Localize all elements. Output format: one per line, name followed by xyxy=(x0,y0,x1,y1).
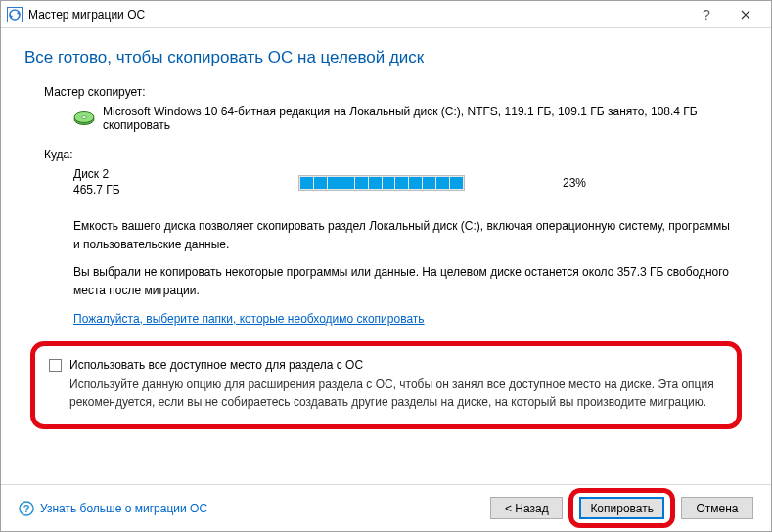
back-button[interactable]: < Назад xyxy=(490,497,563,519)
use-all-space-label: Использовать все доступное место для раз… xyxy=(69,358,363,372)
close-button[interactable] xyxy=(726,1,765,28)
copy-button-highlight: Копировать xyxy=(568,488,675,528)
window-title: Мастер миграции ОС xyxy=(28,8,687,22)
back-button-label: < Назад xyxy=(505,502,549,515)
select-folders-link[interactable]: Пожалуйста, выберите папки, которые необ… xyxy=(73,312,425,326)
learn-more-label: Узнать больше о миграции ОС xyxy=(40,502,207,515)
disk-icon xyxy=(73,111,95,126)
copy-button[interactable]: Копировать xyxy=(579,497,664,519)
destination-info: Диск 2 465.7 ГБ xyxy=(73,167,298,198)
help-icon: ? xyxy=(19,501,34,516)
exclusion-description: Вы выбрали не копировать некоторые прогр… xyxy=(73,263,738,299)
svg-text:?: ? xyxy=(23,503,30,514)
titlebar: Мастер миграции ОС ? xyxy=(1,1,771,28)
page-heading: Все готово, чтобы скопировать ОС на целе… xyxy=(24,48,748,67)
use-all-space-option-frame: Использовать все доступное место для раз… xyxy=(30,341,742,429)
capacity-description: Емкость вашего диска позволяет скопирова… xyxy=(73,217,738,253)
description-block: Емкость вашего диска позволяет скопирова… xyxy=(73,217,738,328)
dialog-footer: ? Узнать больше о миграции ОС < Назад Ко… xyxy=(1,484,771,531)
dialog-window: Мастер миграции ОС ? Все готово, чтобы с… xyxy=(0,0,772,532)
learn-more-link[interactable]: ? Узнать больше о миграции ОС xyxy=(19,501,484,516)
source-row: Microsoft Windows 10 64-битная редакция … xyxy=(73,105,748,132)
destination-label: Куда: xyxy=(44,148,748,161)
use-all-space-checkbox[interactable] xyxy=(49,359,62,372)
svg-point-5 xyxy=(82,116,87,119)
destination-disk-size: 465.7 ГБ xyxy=(73,183,298,199)
dialog-body: Все готово, чтобы скопировать ОС на целе… xyxy=(1,28,771,484)
progress-bar xyxy=(298,175,465,191)
checkbox-row: Использовать все доступное место для раз… xyxy=(49,358,723,372)
help-button[interactable]: ? xyxy=(687,1,726,28)
cancel-button[interactable]: Отмена xyxy=(681,497,753,519)
use-all-space-description: Используйте данную опцию для расширения … xyxy=(69,376,723,411)
destination-disk-name: Диск 2 xyxy=(73,167,298,183)
cancel-button-label: Отмена xyxy=(696,502,738,515)
wizard-copies-label: Мастер скопирует: xyxy=(44,85,748,99)
progress-wrap: 23% xyxy=(298,175,748,191)
source-description: Microsoft Windows 10 64-битная редакция … xyxy=(103,105,748,132)
copy-button-label: Копировать xyxy=(590,502,654,515)
destination-block: Диск 2 465.7 ГБ 23% xyxy=(73,167,748,198)
progress-percent: 23% xyxy=(563,176,586,190)
app-icon xyxy=(7,7,23,22)
